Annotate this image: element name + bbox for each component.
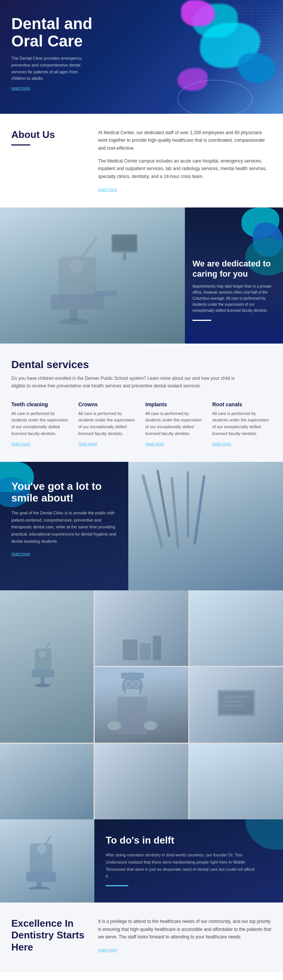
services-grid: Teeth cleaning All care is performed by … [11,401,272,447]
svg-point-41 [37,844,47,854]
svg-rect-13 [32,670,54,677]
smile-read-more-link[interactable]: read more [11,551,30,556]
delft-description: After doing volunteer dentistry in third… [106,851,256,880]
dental-chair-svg [36,226,149,325]
photo-cell-2 [95,590,188,666]
svg-rect-4 [51,294,104,310]
service-crowns-desc: All care is performed by students under … [79,410,138,437]
svg-point-15 [35,684,51,687]
smile-section: You've got a lot to smile about! The goa… [0,462,283,590]
about-read-more-link[interactable]: read more [98,187,117,192]
svg-point-27 [144,721,157,730]
hero-section: Dental and Oral Care The Dental Clinic p… [0,0,283,114]
about-left-column: About Us [11,129,87,192]
services-section: Dental services Do you have children enr… [0,344,283,462]
service-item-root-canals: Root canals All care is performed by stu… [212,401,272,447]
svg-point-9 [70,259,84,273]
excellence-left-column: Excellence In Dentistry Starts Here [11,918,87,957]
hero-read-more-link[interactable]: read more [11,86,30,90]
svg-rect-35 [223,705,246,707]
photo-grid-section [0,590,283,819]
dental-gallery-section: We are dedicated to caring for you Appoi… [0,207,283,344]
dental-tools-image [128,462,283,590]
svg-point-39 [28,887,49,890]
excellence-right-column: It is a privilege to attend to the healt… [98,918,272,953]
hero-title: Dental and Oral Care [11,15,109,50]
services-title: Dental services [11,359,272,371]
service-item-teeth-cleaning: Teeth cleaning All care is performed by … [11,401,71,447]
dental-chair-image [0,207,185,344]
service-teeth-cleaning-link[interactable]: read more [11,441,30,446]
svg-point-10 [65,270,68,273]
service-crowns-title: Crowns [79,401,138,407]
svg-rect-33 [223,695,250,698]
services-description: Do you have children enrolled in the Den… [11,375,238,390]
svg-rect-5 [94,291,117,296]
service-item-implants: Implants All care is performed by studen… [145,401,205,447]
excellence-paragraph: It is a privilege to attend to the healt… [98,918,272,941]
svg-rect-18 [123,640,138,660]
photo-cell-6 [0,744,93,819]
svg-point-7 [58,318,89,325]
service-teeth-cleaning-title: Teeth cleaning [11,401,71,407]
dental-dark-panel: We are dedicated to caring for you Appoi… [185,207,283,344]
photo-cell-1 [0,590,93,743]
smile-description: The goal of the Dental Clinic is to prov… [11,509,117,545]
delft-right-panel: To do's in delft After doing volunteer d… [94,819,283,902]
svg-point-17 [39,651,46,658]
panel-text-content: We are dedicated to caring for you Appoi… [193,259,275,321]
service-crowns-link[interactable]: read more [79,441,97,446]
svg-rect-37 [27,872,56,882]
hero-blob-2 [181,0,215,27]
svg-rect-34 [223,700,242,703]
doctor-silhouette [95,667,170,743]
about-underline-decoration [11,144,30,145]
about-section: About Us At Medical Center, our dedicate… [0,114,283,207]
photo-cell-7 [95,744,188,819]
delft-accent-line [106,885,128,886]
svg-rect-20 [153,636,161,660]
hero-dots-pattern [234,4,279,60]
panel-description: Appointments may take longer than in a p… [193,283,275,314]
service-implants-desc: All care is performed by students under … [145,410,205,437]
dental-main-image [0,207,185,344]
delft-wrapper: To do's in delft After doing volunteer d… [0,819,283,902]
delft-title: To do's in delft [106,835,272,846]
svg-rect-1 [112,235,137,251]
smile-right-image [128,462,283,590]
excellence-read-more-link[interactable]: read more [98,948,117,952]
delft-left-image [0,819,94,902]
excellence-title: Excellence In Dentistry Starts Here [11,918,87,953]
excellence-section: Excellence In Dentistry Starts Here It i… [0,902,283,972]
smile-title: You've got a lot to smile about! [11,481,117,504]
photo-cell-3 [190,590,283,666]
about-paragraph-2: The Medical Center campus includes an ac… [98,157,272,180]
svg-point-26 [108,721,121,730]
photo-cell-8 [190,744,283,819]
service-root-canals-link[interactable]: read more [212,441,231,446]
photo-cell-5 [190,667,283,743]
svg-rect-32 [219,692,253,714]
delft-chair-svg [25,833,70,889]
smile-left-panel: You've got a lot to smile about! The goa… [0,462,128,590]
about-right-column: At Medical Center, our dedicated staff o… [98,129,272,192]
service-teeth-cleaning-desc: All care is performed by students under … [11,410,71,437]
photo-cell-doctor [95,667,188,743]
chair-icon-1 [28,636,66,697]
panel-white-line-decoration [193,320,211,321]
hero-circle-decoration [177,80,253,114]
svg-point-11 [94,285,98,289]
service-root-canals-desc: All care is performed by students under … [212,410,272,437]
svg-rect-25 [117,697,147,734]
service-item-crowns: Crowns All care is performed by students… [79,401,138,447]
svg-rect-2 [123,253,126,260]
service-root-canals-title: Root canals [212,401,272,407]
about-title: About Us [11,129,87,141]
service-implants-link[interactable]: read more [145,441,164,446]
svg-rect-22 [126,689,139,697]
panel-heading: We are dedicated to caring for you [193,259,275,279]
svg-rect-19 [140,643,151,660]
hero-description: The Dental Clinic provides emergency, pr… [11,55,87,82]
doctor-image [95,667,188,743]
svg-rect-24 [121,673,144,679]
